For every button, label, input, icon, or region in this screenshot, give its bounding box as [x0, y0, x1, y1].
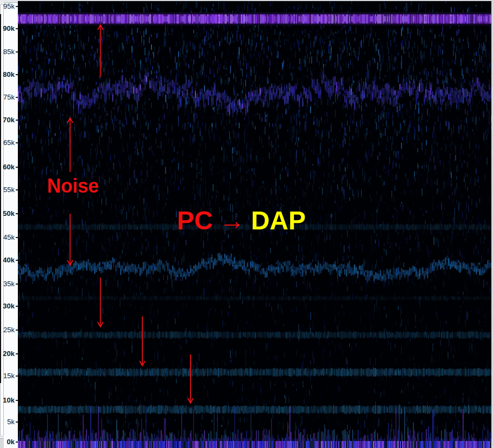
- freq-tick-label: 65k: [0, 139, 15, 147]
- frequency-axis-ruler: 95k90k85k80k75k70k65k60k55k50k45k40k35k3…: [0, 0, 18, 448]
- signal-path-annotation: PC→DAP: [177, 208, 306, 234]
- freq-axis-tick: [16, 120, 18, 121]
- freq-tick-label: 70k: [0, 116, 15, 124]
- freq-axis-tick: [16, 28, 18, 29]
- freq-axis-tick: [16, 400, 18, 401]
- freq-tick-label: 30k: [0, 302, 15, 310]
- freq-axis-tick: [16, 167, 18, 168]
- freq-axis-tick: [16, 260, 18, 261]
- freq-axis-tick: [16, 6, 18, 7]
- freq-axis-tick: [16, 306, 18, 307]
- freq-axis-tick: [16, 189, 18, 190]
- dap-label: DAP: [251, 206, 306, 235]
- freq-tick-label: 15k: [0, 372, 15, 380]
- freq-tick-label: 55k: [0, 186, 15, 194]
- freq-axis-tick: [16, 74, 18, 75]
- freq-axis-tick: [16, 353, 18, 354]
- freq-axis-tick: [16, 421, 18, 423]
- freq-tick-label: 35k: [0, 280, 15, 288]
- freq-tick-label: 40k: [0, 256, 15, 264]
- freq-tick-label: 5k: [0, 418, 15, 426]
- freq-axis-tick: [16, 237, 18, 238]
- freq-tick-label: 85k: [0, 48, 15, 56]
- freq-tick-label: 10k: [0, 397, 15, 404]
- freq-tick-label: 95k: [0, 3, 15, 10]
- pc-label: PC: [177, 206, 213, 235]
- freq-axis-tick: [16, 284, 18, 285]
- freq-axis-tick: [16, 142, 18, 143]
- spectrogram-window: 95k90k85k80k75k70k65k60k55k50k45k40k35k3…: [0, 0, 493, 448]
- freq-tick-label: 60k: [0, 163, 15, 171]
- freq-tick-label: 0k: [0, 438, 15, 446]
- freq-tick-label: 90k: [0, 25, 15, 32]
- window-top-edge: [18, 0, 493, 1]
- freq-tick-label: 20k: [0, 350, 15, 358]
- freq-tick-label: 50k: [0, 210, 15, 218]
- freq-tick-label: 75k: [0, 94, 15, 101]
- freq-axis-tick: [16, 330, 18, 331]
- freq-axis-tick: [16, 97, 18, 98]
- freq-axis-tick: [16, 213, 18, 214]
- freq-tick-label: 25k: [0, 326, 15, 334]
- noise-annotation-label: Noise: [47, 176, 99, 196]
- freq-axis-tick: [16, 51, 18, 52]
- freq-tick-label: 80k: [0, 71, 15, 78]
- freq-axis-tick: [16, 442, 18, 443]
- arrow-right-glyph: →: [219, 206, 245, 235]
- freq-axis-tick: [16, 375, 18, 377]
- freq-tick-label: 45k: [0, 234, 15, 241]
